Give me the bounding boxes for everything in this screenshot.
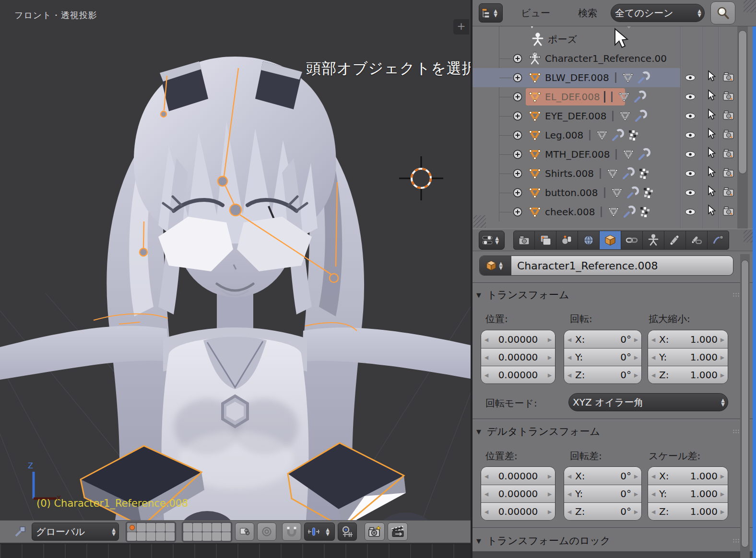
cursor-select-icon[interactable]: [705, 166, 718, 178]
orientation-dropdown[interactable]: グローバル ▲▼: [32, 523, 119, 541]
properties-scrollbar[interactable]: [740, 254, 750, 558]
expand-icon[interactable]: [512, 53, 523, 64]
location-y-field[interactable]: ◂0.00000▸: [481, 348, 555, 366]
cursor-select-icon[interactable]: [705, 185, 718, 198]
tab-physics[interactable]: [708, 231, 729, 250]
rotation-mode-dropdown[interactable]: XYZ オイラー角 ▲▼: [568, 393, 728, 411]
opengl-render-animation-icon[interactable]: [388, 523, 408, 541]
manipulator-icon[interactable]: [12, 523, 29, 541]
character-model[interactable]: [0, 57, 471, 520]
expand-icon[interactable]: [512, 92, 523, 102]
tab-render-layers[interactable]: [535, 231, 556, 250]
eye-icon[interactable]: [684, 71, 697, 84]
cursor-select-icon[interactable]: [705, 70, 718, 82]
expand-icon[interactable]: [512, 130, 523, 140]
eye-icon[interactable]: [684, 91, 697, 103]
snap-target-icon[interactable]: [338, 523, 357, 541]
camera-render-icon[interactable]: [722, 109, 735, 121]
outliner-row-armature[interactable]: Character1_Reference.00: [472, 49, 756, 68]
tab-world[interactable]: [578, 231, 600, 250]
delta-location-z-field[interactable]: ◂0.00000▸: [481, 502, 555, 520]
open-properties-shelf-button[interactable]: +: [453, 19, 469, 35]
snap-element-dropdown[interactable]: ▲▼: [304, 523, 335, 541]
expand-icon[interactable]: [512, 111, 523, 121]
layer-buttons-group2[interactable]: [182, 522, 232, 542]
object-icon-selector[interactable]: ▲▼: [480, 256, 511, 275]
editor-type-outliner-button[interactable]: ▲▼: [479, 3, 503, 23]
transform-panel-header[interactable]: ▼ トランスフォーム: [476, 286, 745, 303]
mesh-data-icon: [529, 91, 541, 103]
location-z-field[interactable]: ◂0.00000▸: [481, 366, 555, 384]
delta-location-y-field[interactable]: ◂0.00000▸: [481, 485, 555, 502]
delta-location-x-field[interactable]: ◂0.00000▸: [481, 467, 555, 485]
delta-scale-x-field[interactable]: ◂X:1.000▸: [648, 467, 728, 485]
proportional-edit-icon[interactable]: [257, 523, 276, 541]
cursor-select-icon[interactable]: [705, 128, 718, 140]
eye-icon[interactable]: [684, 110, 697, 122]
camera-render-icon[interactable]: [722, 166, 735, 179]
eye-icon[interactable]: [684, 129, 697, 141]
opengl-render-camera-icon[interactable]: [365, 523, 385, 541]
cursor-select-icon[interactable]: [705, 204, 718, 217]
resize-corner[interactable]: [744, 0, 756, 12]
eye-icon[interactable]: [684, 186, 697, 199]
camera-render-icon[interactable]: [722, 147, 735, 160]
editor-type-properties-button[interactable]: ▲▼: [479, 231, 505, 250]
camera-render-icon[interactable]: [722, 128, 735, 140]
scene-filter-dropdown[interactable]: 全てのシーン ▲▼: [611, 4, 705, 22]
cursor-select-icon[interactable]: [705, 147, 718, 159]
delta-rotation-y-field[interactable]: ◂Y:0°▸: [564, 485, 641, 502]
tab-object-data[interactable]: [643, 231, 664, 250]
expand-icon[interactable]: [512, 187, 523, 198]
location-x-field[interactable]: ◂0.00000▸: [481, 330, 555, 348]
delta-rotation-z-field[interactable]: ◂Z:0°▸: [564, 502, 641, 520]
menu-view[interactable]: ビュー: [521, 7, 550, 20]
transform-lock-panel-header[interactable]: ▼ トランスフォームのロック: [476, 532, 745, 549]
tab-scene[interactable]: [556, 231, 578, 250]
delta-scale-z-field[interactable]: ◂Z:1.000▸: [648, 502, 728, 520]
tab-render[interactable]: [513, 231, 535, 250]
snap-magnet-icon[interactable]: [282, 523, 301, 541]
scale-z-field[interactable]: ◂Z:1.000▸: [648, 366, 728, 384]
expand-icon[interactable]: [512, 168, 523, 179]
tab-object[interactable]: [600, 231, 621, 250]
delta-transform-panel-header[interactable]: ▼ デルタトランスフォーム: [476, 423, 745, 440]
scrollbar-thumb[interactable]: [741, 260, 749, 547]
resize-corner[interactable]: [473, 215, 486, 228]
eye-icon[interactable]: [684, 206, 697, 218]
expand-icon[interactable]: [512, 72, 523, 83]
rotation-y-field[interactable]: ◂Y:0°▸: [564, 348, 641, 366]
camera-render-icon[interactable]: [722, 205, 735, 217]
delta-rotation-x-field[interactable]: ◂X:0°▸: [564, 467, 641, 485]
camera-render-icon[interactable]: [722, 90, 735, 102]
rotation-z-field[interactable]: ◂Z:0°▸: [564, 366, 641, 384]
layer-buttons-group1[interactable]: [126, 522, 176, 542]
cursor-select-icon[interactable]: [705, 89, 718, 102]
camera-render-icon[interactable]: [722, 70, 735, 83]
mesh-data-icon: [529, 187, 541, 198]
eye-icon[interactable]: [684, 148, 697, 161]
eye-icon[interactable]: [684, 167, 697, 180]
expand-icon[interactable]: [512, 207, 523, 217]
outliner-scrollbar[interactable]: [737, 26, 748, 229]
updown-arrows-icon: ▲▼: [721, 398, 728, 407]
delta-scale-y-field[interactable]: ◂Y:1.000▸: [648, 485, 728, 502]
scrollbar-thumb[interactable]: [738, 30, 747, 174]
scale-x-field[interactable]: ◂X:1.000▸: [648, 330, 728, 348]
tab-constraints[interactable]: [621, 231, 643, 250]
search-icon[interactable]: [710, 1, 735, 24]
lock-to-scene-icon[interactable]: [235, 523, 254, 541]
camera-render-icon[interactable]: [722, 186, 735, 198]
object-id-block: ▲▼ Character1_Reference.008: [479, 256, 733, 276]
tab-bone-constraints[interactable]: [686, 231, 708, 250]
layer-1-active[interactable]: [127, 523, 136, 532]
expand-icon[interactable]: [512, 149, 523, 160]
scale-y-field[interactable]: ◂Y:1.000▸: [648, 348, 728, 366]
rotation-x-field[interactable]: ◂X:0°▸: [564, 330, 641, 348]
timeline-strip[interactable]: [0, 544, 471, 558]
cursor-select-icon[interactable]: [705, 108, 718, 121]
viewport-3d[interactable]: フロント・透視投影 頭部オブジェクトを選択 (0) Character1_Ref…: [0, 0, 471, 558]
menu-search[interactable]: 検索: [578, 7, 597, 20]
object-name-field[interactable]: Character1_Reference.008: [511, 256, 733, 275]
tab-bone[interactable]: [664, 231, 686, 250]
